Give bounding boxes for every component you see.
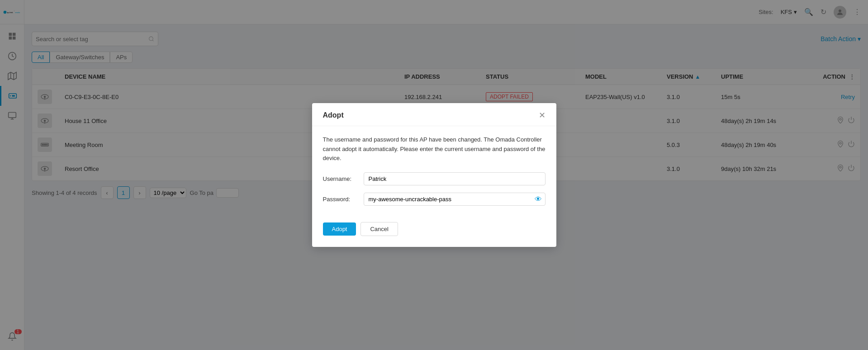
modal-footer: Adopt Cancel bbox=[312, 222, 556, 247]
cancel-button[interactable]: Cancel bbox=[360, 222, 398, 236]
username-label: Username: bbox=[323, 175, 364, 182]
modal-body: The username and password for this AP ha… bbox=[312, 126, 556, 222]
password-label: Password: bbox=[323, 196, 364, 203]
toggle-password-icon[interactable]: 👁 bbox=[535, 195, 542, 203]
password-field-row: Password: 👁 bbox=[323, 193, 545, 206]
password-input[interactable] bbox=[364, 193, 545, 206]
modal-message: The username and password for this AP ha… bbox=[323, 135, 545, 163]
adopt-button[interactable]: Adopt bbox=[323, 222, 356, 236]
password-wrapper: 👁 bbox=[364, 193, 545, 206]
adopt-modal: Adopt ✕ The username and password for th… bbox=[312, 103, 556, 247]
username-input[interactable] bbox=[364, 172, 545, 185]
modal-header: Adopt ✕ bbox=[312, 103, 556, 126]
modal-close-button[interactable]: ✕ bbox=[539, 110, 545, 120]
modal-overlay: Adopt ✕ The username and password for th… bbox=[0, 0, 868, 350]
modal-title: Adopt bbox=[323, 111, 344, 119]
username-field-row: Username: bbox=[323, 172, 545, 185]
